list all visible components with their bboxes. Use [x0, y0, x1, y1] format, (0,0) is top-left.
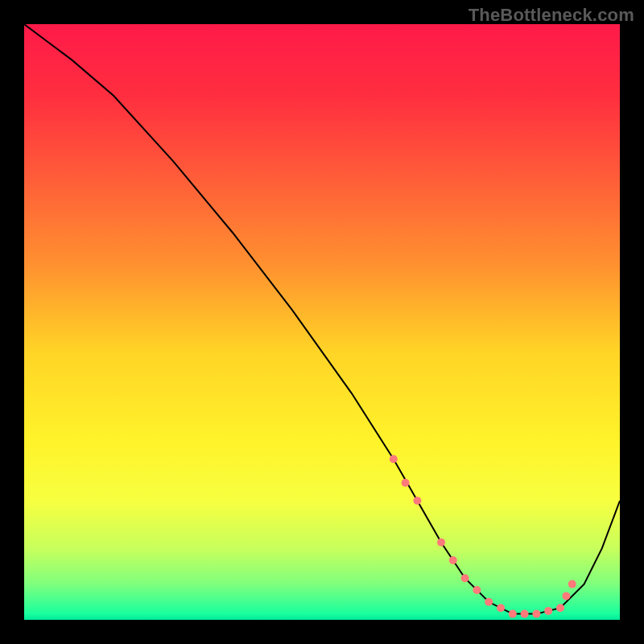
highlight-point	[562, 592, 570, 600]
watermark-text: TheBottleneck.com	[469, 5, 634, 26]
highlight-point	[449, 556, 457, 564]
highlight-point	[544, 607, 552, 615]
chart-frame: TheBottleneck.com	[0, 0, 644, 644]
highlight-point	[521, 610, 529, 618]
plot-area	[24, 24, 620, 620]
highlight-point	[568, 580, 576, 588]
highlight-point	[532, 610, 540, 618]
chart-svg	[24, 24, 620, 620]
highlight-point	[473, 586, 481, 594]
highlight-point	[437, 539, 445, 547]
highlight-point	[509, 610, 517, 618]
highlight-point	[390, 455, 398, 463]
highlight-point	[485, 598, 493, 606]
highlight-point	[413, 497, 421, 505]
gradient-background	[24, 24, 620, 620]
highlight-point	[461, 574, 469, 582]
highlight-point	[402, 479, 410, 487]
highlight-point	[556, 604, 564, 612]
highlight-point	[497, 604, 505, 612]
